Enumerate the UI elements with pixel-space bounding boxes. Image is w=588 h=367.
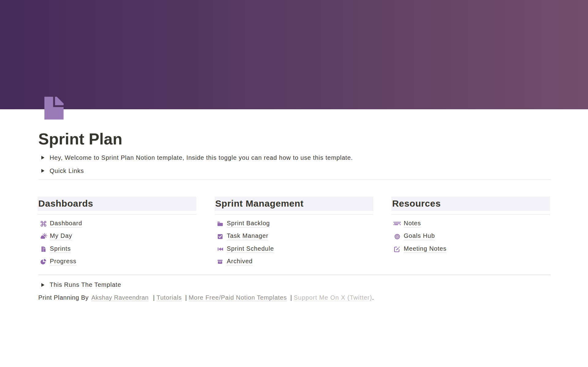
footer-link-support[interactable]: Support Me On X (Twitter) [294,294,372,301]
page-icon[interactable] [44,97,64,120]
toggle-welcome[interactable]: Hey, Welcome to Sprint Plan Notion templ… [38,153,353,162]
divider [38,275,551,275]
pie-chart-icon [40,258,47,266]
list-item-archived[interactable]: Archived [215,256,373,268]
sun-behind-cloud-icon [40,233,47,241]
archive-box-icon [216,258,224,266]
link-goals-hub[interactable]: Goals Hub [404,232,435,240]
column-heading-divider [391,214,550,215]
link-meeting-notes[interactable]: Meeting Notes [404,245,447,253]
columns: Dashboards Dashboard [38,197,550,268]
column-sprint-management: Sprint Management Sprint Backlog [215,197,373,268]
footer-separator: | [185,294,187,301]
document-icon [40,245,47,253]
checkbox-icon [216,233,224,241]
divider [38,179,551,180]
column-heading: Dashboards [38,197,196,211]
cover-image [0,0,588,109]
column-resources: Resources [391,197,550,268]
notion-page: { "page": { "title": "Sprint Plan", "ico… [0,0,588,367]
list-item-dashboard[interactable]: Dashboard [38,218,196,230]
toggle-runs-template[interactable]: This Runs The Template [38,281,121,289]
list-item-goals-hub[interactable]: Goals Hub [391,230,550,243]
link-progress[interactable]: Progress [50,258,77,266]
list-item-my-day[interactable]: My Day [38,230,196,243]
page-title: Sprint Plan [38,131,122,147]
column-heading: Sprint Management [215,197,373,211]
link-sprints[interactable]: Sprints [50,245,71,253]
list-item-meeting-notes[interactable]: Meeting Notes [391,243,550,256]
list-item-notes[interactable]: Notes [391,218,550,230]
footer-prefix: Print Planning By [38,294,89,301]
link-notes[interactable]: Notes [404,220,421,228]
toggle-triangle-icon[interactable] [41,156,44,159]
footer-link-tutorials[interactable]: Tutorials [156,294,182,301]
column-heading: Resources [391,197,550,211]
link-task-manager[interactable]: Task Manager [227,232,268,240]
column-heading-divider [215,214,373,215]
edit-square-icon [393,245,401,253]
toggle-quick-links[interactable]: Quick Links [38,167,84,175]
toggle-welcome-label: Hey, Welcome to Sprint Plan Notion templ… [50,154,353,161]
list-item-task-manager[interactable]: Task Manager [215,230,373,243]
link-archived[interactable]: Archived [227,258,253,266]
list-item-sprints[interactable]: Sprints [38,243,196,256]
column-dashboards: Dashboards Dashboard [38,197,196,268]
toggle-triangle-icon[interactable] [41,169,44,173]
command-icon [40,220,47,228]
toggle-triangle-icon[interactable] [41,283,44,287]
list-item-sprint-schedule[interactable]: Sprint Schedule [215,243,373,256]
folder-icon [216,220,224,228]
link-sprint-backlog[interactable]: Sprint Backlog [227,220,270,228]
link-my-day[interactable]: My Day [50,232,72,240]
list-item-sprint-backlog[interactable]: Sprint Backlog [215,218,373,230]
footer: Print Planning By Akshay Raveendran | Tu… [38,294,374,301]
footer-link-author[interactable]: Akshay Raveendran [91,294,149,301]
toggle-runs-template-label: This Runs The Template [50,281,121,288]
keyboard-icon [393,220,401,228]
column-heading-divider [38,214,196,215]
target-icon [393,233,401,241]
footer-suffix: . [372,294,374,301]
list-item-progress[interactable]: Progress [38,256,196,268]
toggle-quick-links-label: Quick Links [50,167,84,174]
skip-back-icon [216,245,224,253]
footer-separator: | [290,294,292,301]
footer-link-templates[interactable]: More Free/Paid Notion Templates [189,294,287,301]
footer-separator: | [153,294,155,301]
link-dashboard[interactable]: Dashboard [50,220,82,228]
link-sprint-schedule[interactable]: Sprint Schedule [227,245,274,253]
